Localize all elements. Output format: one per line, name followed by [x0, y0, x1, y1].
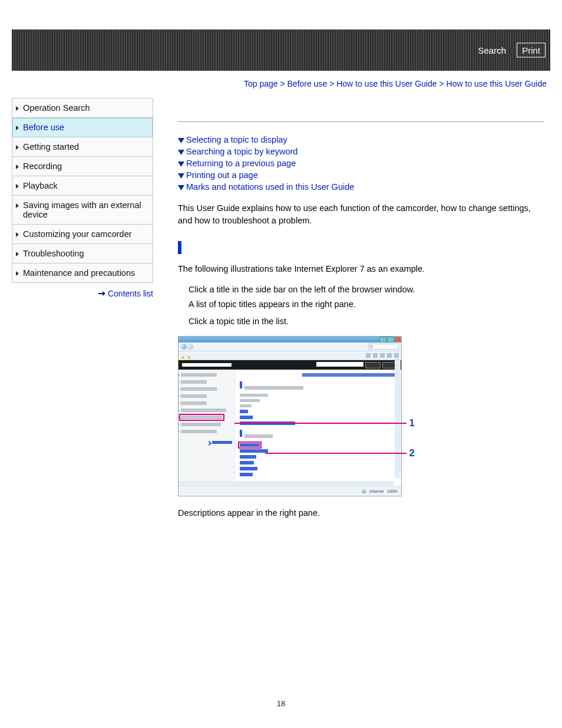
il-status-text: Internet: [369, 489, 384, 493]
il-link-line: [240, 461, 254, 465]
illustration: ★★: [178, 336, 402, 496]
example-note: The following illustrations take Interne…: [178, 263, 544, 275]
il-side-item-highlighted: [181, 416, 223, 419]
sidebar-item-recording[interactable]: Recording: [12, 157, 153, 176]
il-side-item: [181, 401, 207, 405]
down-triangle-icon: [178, 135, 185, 144]
sidebar-item-playback[interactable]: Playback: [12, 176, 153, 196]
anchor-searching[interactable]: Searching a topic by keyword: [186, 147, 297, 156]
il-callout-label: 2: [409, 447, 415, 459]
il-heading-mark-icon: [240, 381, 242, 388]
il-link-line: [240, 467, 257, 470]
il-text-line: [240, 404, 252, 407]
il-link-line: [240, 455, 256, 459]
il-forward-icon: [187, 344, 193, 350]
svg-marker-2: [178, 162, 184, 167]
il-header-search-btn: [365, 362, 381, 368]
il-globe-icon: [362, 489, 366, 493]
intro-text: This User Guide explains how to use each…: [178, 202, 544, 227]
anchor-links: Selecting a topic to display Searching a…: [178, 135, 544, 192]
il-search-field: [368, 344, 399, 350]
il-zoom-text: 100%: [387, 489, 398, 493]
sidebar-item-saving-images[interactable]: Saving images with an external device: [12, 196, 153, 225]
il-page-icon: [387, 353, 392, 358]
header-band: Search Print: [12, 29, 550, 71]
il-side-item: [181, 380, 207, 384]
sidebar: Operation Search Before use Getting star…: [12, 98, 153, 298]
search-link[interactable]: Search: [478, 45, 506, 55]
il-breadcrumb: [302, 373, 396, 377]
breadcrumb-item-1[interactable]: Before use: [287, 79, 328, 88]
il-horizontal-scrollbar: [178, 481, 394, 487]
il-side-item: [181, 394, 207, 398]
sidebar-item-getting-started[interactable]: Getting started: [12, 137, 153, 157]
il-link-highlighted: [240, 443, 260, 447]
down-triangle-icon: [178, 147, 185, 156]
il-vertical-scrollbar: [395, 360, 401, 478]
breadcrumb-item-2[interactable]: How to use this User Guide: [336, 79, 437, 88]
sidebar-nav: Operation Search Before use Getting star…: [12, 98, 153, 283]
breadcrumb-item-0[interactable]: Top page: [244, 79, 278, 88]
il-tools-icon: [394, 353, 399, 358]
il-side-item: [181, 373, 217, 377]
il-contents-link: [212, 441, 232, 444]
il-minimize-icon: [379, 337, 386, 342]
il-back-icon: [181, 344, 187, 350]
anchor-returning[interactable]: Returning to a previous page: [186, 159, 296, 168]
il-side-item: [181, 387, 217, 391]
il-sidebar: [178, 370, 235, 486]
il-product-header: [178, 360, 401, 370]
main-content: Selecting a topic to display Searching a…: [153, 98, 550, 528]
sidebar-item-operation-search[interactable]: Operation Search: [12, 98, 153, 118]
il-heading: [244, 434, 273, 438]
il-text-line: [240, 394, 268, 397]
il-side-item: [181, 430, 217, 433]
il-heading-mark-icon: [240, 430, 242, 437]
il-text-line: [240, 399, 260, 402]
section-heading-mark-icon: [178, 241, 181, 254]
contents-list-link[interactable]: Contents list: [108, 289, 153, 298]
il-close-icon: [395, 337, 401, 342]
il-link-line: [240, 473, 253, 476]
il-side-item: [181, 409, 226, 412]
down-triangle-icon: [178, 159, 185, 168]
il-toolbar-fav: ★★: [178, 351, 401, 360]
il-side-item: [181, 423, 221, 426]
anchor-printing[interactable]: Printing out a page: [186, 170, 258, 180]
il-toolbar-nav: [178, 342, 401, 351]
down-triangle-icon: [178, 182, 185, 192]
sidebar-item-customizing[interactable]: Customizing your camcorder: [12, 225, 153, 244]
il-link-line: [240, 449, 268, 453]
breadcrumb: Top page > Before use > How to use this …: [12, 71, 550, 91]
after-figure-text: Descriptions appear in the right pane.: [178, 507, 544, 519]
il-callout-label: 1: [409, 417, 415, 429]
breadcrumb-current: How to use this User Guide: [447, 79, 547, 88]
il-link-line: [240, 416, 253, 419]
sidebar-item-before-use[interactable]: Before use: [12, 118, 153, 137]
sidebar-item-maintenance[interactable]: Maintenance and precautions: [12, 263, 153, 283]
sidebar-item-troubleshooting[interactable]: Troubleshooting: [12, 244, 153, 263]
print-button[interactable]: Print: [517, 43, 546, 58]
svg-marker-4: [178, 185, 184, 190]
anchor-selecting[interactable]: Selecting a topic to display: [186, 135, 287, 144]
il-heading: [244, 386, 303, 390]
il-home-icon: [366, 353, 371, 358]
step-2: Click a topic title in the list.: [189, 315, 544, 328]
il-header-search: [316, 362, 363, 367]
page-number: 18: [0, 699, 562, 708]
il-feeds-icon: [373, 353, 378, 358]
step-1: Click a title in the side bar on the lef…: [189, 284, 544, 296]
il-status-bar: Internet 100%: [178, 486, 401, 495]
il-star-icon: ★: [187, 355, 191, 360]
divider: [178, 121, 544, 122]
il-star-icon: ★: [181, 355, 185, 360]
il-callout-1: 1: [234, 423, 406, 424]
down-triangle-icon: [178, 170, 185, 180]
il-callout-2: 2: [265, 453, 406, 454]
il-maximize-icon: [387, 337, 394, 342]
svg-marker-0: [178, 138, 184, 143]
anchor-marks[interactable]: Marks and notations used in this User Gu…: [186, 182, 354, 192]
il-logo-placeholder: [182, 363, 232, 367]
svg-marker-1: [178, 150, 184, 155]
step-1-note: A list of topic titles appears in the ri…: [189, 298, 544, 311]
